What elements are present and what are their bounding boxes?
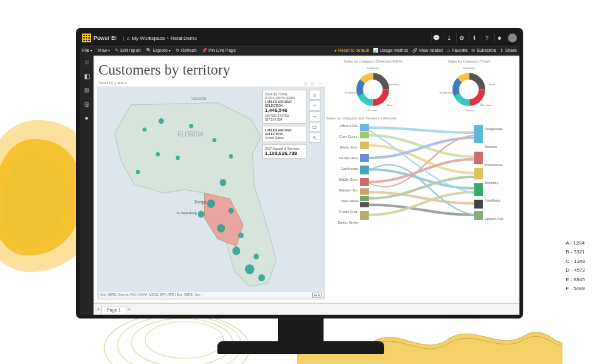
svg-rect-66 (474, 200, 483, 209)
svg-rect-55 (360, 154, 369, 162)
svg-rect-10 (83, 40, 85, 41)
info-card-population: 2014 US TOTAL POPULATION (ESRI) 1 MILES … (262, 90, 306, 124)
app-launcher-icon[interactable] (82, 33, 91, 42)
svg-rect-64 (474, 168, 483, 179)
svg-point-25 (258, 274, 265, 281)
map-select-lasso-icon[interactable]: ↖ (309, 133, 320, 143)
usage-metrics-button[interactable]: 📊 Usage metrics (373, 48, 408, 53)
chat-icon[interactable]: 💬 (431, 33, 441, 43)
settings-icon[interactable]: ✿ (456, 33, 466, 43)
svg-text:Jewe...: Jewe... (488, 83, 497, 86)
svg-rect-59 (360, 196, 369, 201)
pin-live-button[interactable]: 📌 Pin Live Page (202, 48, 236, 53)
svg-rect-60 (360, 202, 369, 207)
svg-point-26 (228, 208, 233, 214)
svg-rect-57 (360, 178, 369, 186)
decor-wave-right (297, 317, 562, 364)
app-name: Power BI (94, 35, 117, 41)
nav-recent-icon[interactable]: ● (83, 114, 90, 121)
svg-rect-62 (474, 125, 483, 143)
donut-total[interactable]: Sales by Category (Total) (422, 59, 516, 114)
share-button[interactable]: ⇪ Share (500, 48, 517, 53)
map-label-florida: FLORIDA (178, 131, 203, 138)
svg-text:Scarves: Scarves (465, 109, 475, 112)
svg-rect-9 (88, 37, 90, 39)
svg-text:Combined: Combined (463, 66, 475, 70)
screen: Power BI | ⌂ My Workspace › RetailDemo 💬… (80, 32, 519, 315)
map-zoom-out[interactable]: − (309, 111, 320, 121)
svg-text:Jewelery: Jewelery (389, 83, 400, 86)
map-home-icon[interactable]: ⌂ (309, 90, 320, 100)
donut-selected-dma[interactable]: Sales by Category (Selected DMA) (326, 59, 420, 114)
help-icon[interactable]: ? (482, 33, 492, 43)
svg-text:Sunglasses: Sunglasses (344, 91, 358, 94)
svg-point-22 (217, 224, 225, 233)
info-card-apparel: 2017 Apparel & Services 1,190,626,738 (262, 144, 306, 159)
report-title: Customers by territory (97, 59, 325, 81)
svg-point-24 (245, 264, 255, 274)
report-name-crumb[interactable]: RetailDemo (171, 35, 197, 41)
view-menu[interactable]: View (97, 48, 110, 52)
tab-nav-arrow[interactable]: ↗ (96, 307, 100, 312)
refresh-button[interactable]: ↻ Refresh (176, 48, 197, 53)
svg-point-20 (207, 200, 215, 208)
svg-point-14 (143, 128, 147, 132)
view-related-button[interactable]: 🔗 View related (412, 48, 443, 53)
chord-right-labels: Sunglasses Scarves Miscellaneo. Jewelery… (483, 120, 516, 228)
nav-favorites-icon[interactable]: ☆ (83, 58, 90, 66)
breadcrumb-sep: › (167, 35, 169, 41)
svg-rect-8 (86, 37, 87, 39)
svg-point-18 (229, 154, 233, 159)
svg-rect-53 (360, 132, 369, 138)
home-icon[interactable]: ⌂ (127, 35, 130, 41)
avatar[interactable] (507, 33, 517, 43)
nav-metrics-icon[interactable]: ◎ (83, 100, 90, 107)
svg-point-27 (238, 233, 243, 238)
svg-text:Miscellan...: Miscellan... (480, 104, 494, 107)
map-select-rect-icon[interactable]: ▭ (309, 122, 320, 132)
info-card-selection: 1 MILES AROUND SELECTION United States (262, 126, 306, 142)
svg-rect-67 (474, 211, 483, 220)
workspace-name[interactable]: My Workspace (131, 35, 165, 41)
svg-text:Misc...: Misc... (387, 104, 395, 107)
nav-apps-icon[interactable]: ⊞ (83, 86, 90, 94)
titlebar: Power BI | ⌂ My Workspace › RetailDemo 💬… (80, 32, 519, 44)
reset-button[interactable]: ● Reset to default (334, 48, 369, 52)
monitor-frame: Power BI | ⌂ My Workspace › RetailDemo 💬… (76, 28, 523, 318)
svg-rect-65 (474, 183, 483, 196)
subscribe-button[interactable]: ✉ Subscribe (471, 48, 496, 53)
report-canvas: Customers by territory Retail by y and a… (94, 56, 519, 315)
explore-menu[interactable]: 🔍 Explore (146, 48, 171, 53)
page-tabs: ↗ Page 1 + (94, 303, 519, 315)
map-subtitle: Retail by y and a ▢ ▢ ⋯ (97, 81, 325, 87)
download-icon[interactable]: ⬇ (469, 33, 479, 43)
map-attribution: Esri, HERE, Garmin, FAO, NOAA, USGS, EPA… (99, 292, 323, 298)
notifications-icon[interactable]: ☻ (494, 33, 504, 43)
monitor-stand-base (217, 341, 384, 354)
chord-chart[interactable]: Sales by Category and Tapestry Lifemode … (326, 116, 516, 300)
map-zoom-in[interactable]: + (309, 100, 320, 111)
nav-datasets-icon[interactable]: ◧ (83, 72, 90, 80)
svg-rect-4 (83, 35, 85, 36)
chord-left-labels: Affluent Est. Cozy Count. Ethnic Encl. F… (326, 120, 360, 228)
svg-text:Combined: Combined (367, 66, 379, 70)
svg-rect-5 (86, 35, 87, 36)
file-menu[interactable]: File (82, 48, 92, 52)
svg-point-29 (176, 155, 179, 160)
svg-text:Scarves: Scarves (368, 109, 378, 112)
map-visual[interactable]: FLORIDA Valdosta Tampa St Petersburg (97, 87, 325, 300)
svg-point-28 (253, 254, 258, 260)
toolbar: File View ✎ Edit report 🔍 Explore ↻ Refr… (80, 44, 519, 56)
favorite-button[interactable]: ☆ Favorite (447, 48, 468, 53)
edit-report-button[interactable]: ✎ Edit report (115, 48, 140, 53)
svg-rect-7 (83, 37, 85, 39)
svg-rect-54 (360, 142, 369, 149)
tab-page-1[interactable]: Page 1 (101, 306, 126, 313)
svg-point-0 (104, 313, 250, 364)
export-icon[interactable]: ⤓ (444, 33, 454, 43)
svg-point-31 (136, 170, 140, 174)
svg-rect-11 (86, 40, 87, 41)
svg-rect-56 (360, 166, 369, 174)
svg-point-16 (189, 124, 193, 128)
tab-add[interactable]: + (128, 307, 130, 312)
